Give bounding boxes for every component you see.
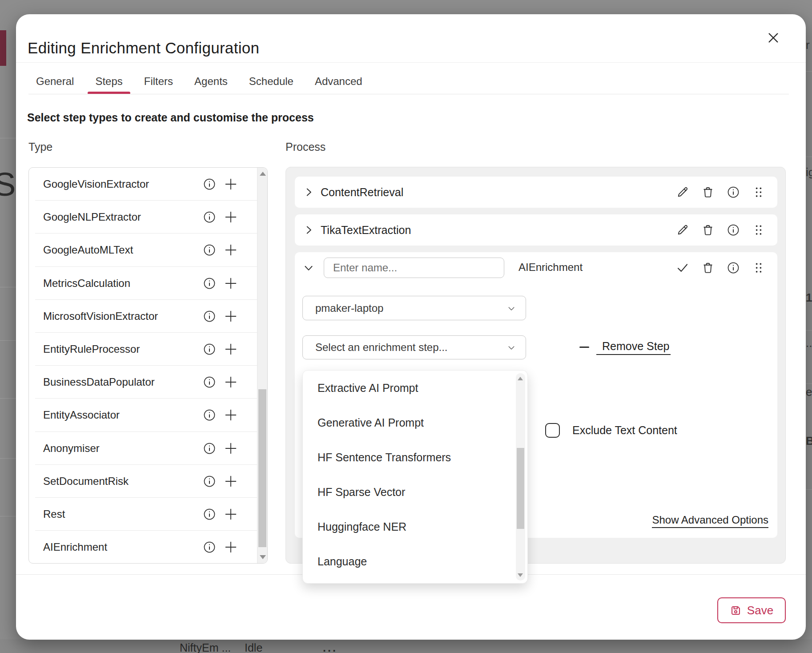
background-row-divider [0,287,16,287]
exclude-text-content-checkbox[interactable] [545,423,560,438]
add-step-icon[interactable] [224,441,238,455]
dropdown-option[interactable]: Extractive AI Prompt [303,371,514,405]
info-icon[interactable] [726,223,740,237]
dropdown-option[interactable]: HF Sentence Transformers [303,440,514,475]
confirm-check-icon[interactable] [675,261,689,274]
dropdown-option[interactable]: Language [303,544,514,579]
show-advanced-options-link[interactable]: Show Advanced Options [652,514,768,528]
dropdown-option-label: Language [318,555,367,568]
add-step-icon[interactable] [224,474,238,488]
connector-select[interactable]: pmaker-laptop [302,296,526,320]
background-text-fragment: S [0,165,16,203]
dropdown-option[interactable]: HF Sparse Vector [303,475,514,509]
add-step-icon[interactable] [224,177,238,191]
info-icon[interactable] [202,276,217,290]
delete-trash-icon[interactable] [701,223,715,237]
info-icon[interactable] [202,540,217,554]
step-type-row: GoogleVisionExtractor [29,168,257,201]
connector-select-value: pmaker-laptop [315,302,383,314]
info-icon[interactable] [726,185,740,199]
info-icon[interactable] [202,474,217,488]
info-icon[interactable] [202,309,217,323]
drag-handle-icon[interactable] [752,223,765,237]
step-name-input[interactable] [324,258,504,278]
background-row-divider [0,516,16,516]
step-type-name: Rest [43,508,65,520]
type-column-label: Type [28,141,52,153]
process-column-label: Process [285,141,326,153]
add-step-icon[interactable] [224,375,238,389]
drag-handle-icon[interactable] [752,185,765,199]
process-step-row[interactable]: TikaTextExtraction [295,214,777,246]
background-text-fragment: 1. [806,291,812,305]
step-type-name: Anonymiser [43,442,100,455]
add-step-icon[interactable] [224,276,238,290]
edit-pencil-icon[interactable] [675,185,689,199]
close-button[interactable] [763,28,784,48]
add-step-icon[interactable] [224,309,238,323]
step-type-name: SetDocumentRisk [43,475,129,488]
delete-trash-icon[interactable] [701,261,715,274]
step-type-name: AIEnrichment [43,541,107,553]
tab-label: Steps [95,75,122,88]
info-icon[interactable] [726,261,740,274]
info-icon[interactable] [202,507,217,521]
delete-trash-icon[interactable] [701,185,715,199]
scroll-down-arrow-icon[interactable] [518,573,523,577]
background-accent-bar [0,30,6,66]
info-icon[interactable] [202,210,217,224]
process-step-row[interactable]: ContentRetrieval [295,177,777,208]
edit-pencil-icon[interactable] [675,223,689,237]
tab[interactable]: Steps [88,69,130,94]
tab-label: General [36,75,74,88]
tab[interactable]: Advanced [307,69,370,94]
add-step-icon[interactable] [224,540,238,554]
step-type-list: GoogleVisionExtractor GoogleNLPExtractor [28,167,268,564]
scroll-down-arrow-icon[interactable] [260,555,266,559]
add-step-icon[interactable] [224,408,238,422]
info-icon[interactable] [202,342,217,356]
info-icon[interactable] [202,375,217,389]
add-step-icon[interactable] [224,210,238,224]
process-step-expanded: AIEnrichment [295,252,777,538]
info-icon[interactable] [202,243,217,257]
background-row-divider [0,398,16,399]
tab[interactable]: Schedule [241,69,301,94]
scroll-up-arrow-icon[interactable] [260,172,266,176]
info-icon[interactable] [202,177,217,191]
save-button[interactable]: Save [717,597,786,623]
tab[interactable]: Filters [137,69,181,94]
tab[interactable]: Agents [187,69,235,94]
tab-label: Schedule [249,75,293,88]
step-type-name: MetricsCalculation [43,277,130,290]
chevron-right-icon[interactable] [303,224,314,236]
drag-handle-icon[interactable] [752,261,765,274]
process-step-name: TikaTextExtraction [321,224,411,237]
chevron-down-icon[interactable] [303,262,314,274]
type-list-scrollbar[interactable] [257,168,267,563]
scrollbar-thumb[interactable] [517,448,524,529]
tab[interactable]: General [28,69,81,94]
chevron-down-icon [507,343,516,352]
dropdown-option[interactable]: Huggingface NER [303,509,514,544]
step-type-row: MetricsCalculation [29,267,257,300]
scroll-up-arrow-icon[interactable] [518,377,523,380]
step-type-rows: GoogleVisionExtractor GoogleNLPExtractor [29,168,257,563]
scrollbar-thumb[interactable] [258,389,266,548]
info-icon[interactable] [202,408,217,422]
background-row-divider [806,489,812,490]
dropdown-option-label: HF Sentence Transformers [318,451,451,464]
chevron-right-icon[interactable] [303,186,314,198]
background-row-divider [806,157,812,157]
dropdown-option[interactable]: Generative AI Prompt [303,405,514,440]
dropdown-scrollbar[interactable] [516,373,525,580]
remove-step-button[interactable]: Remove Step [579,335,671,359]
info-icon[interactable] [202,441,217,455]
step-type-name: BusinessDataPopulator [43,376,155,388]
add-step-icon[interactable] [224,507,238,521]
add-step-icon[interactable] [224,342,238,356]
add-step-icon[interactable] [224,243,238,257]
dropdown-option-label: Extractive AI Prompt [318,382,418,395]
background-row-divider [806,330,812,331]
enrichment-step-select[interactable]: Select an enrichment step... [302,335,526,359]
